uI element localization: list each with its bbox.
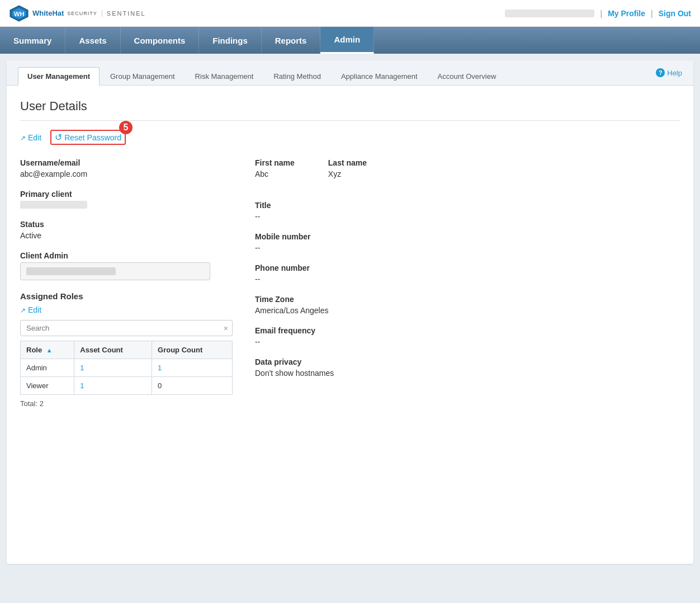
edit-label: Edit [28,133,41,142]
search-box-wrapper: × [20,320,233,336]
client-admin-label: Client Admin [20,251,233,260]
col-left: Username/email abc@example.com Primary c… [20,158,233,408]
timezone-field: Time Zone America/Los Angeles [255,295,680,315]
logo-whitehat: WH WhiteHat SECURITY [9,4,97,22]
assigned-roles-section: Assigned Roles Edit × [20,291,233,408]
edit-link[interactable]: Edit [20,133,41,142]
search-clear-icon[interactable]: × [224,324,228,333]
user-details-body: Username/email abc@example.com Primary c… [20,158,680,408]
search-input[interactable] [20,320,233,336]
user-blurred [505,10,594,17]
subnav-rating-method[interactable]: Rating Method [264,67,330,85]
roles-edit-link[interactable]: Edit [20,305,233,314]
sign-out-link[interactable]: Sign Out [659,9,691,18]
total-text: Total: 2 [20,399,233,408]
sort-icon: ▲ [46,347,53,354]
status-value: Active [20,231,233,240]
subnav-risk-management[interactable]: Risk Management [186,67,263,85]
reset-password-link[interactable]: Reset Password [55,132,121,143]
group-count-admin-link[interactable]: 1 [158,364,162,372]
username-label: Username/email [20,158,233,167]
asset-count-viewer-link[interactable]: 1 [80,381,84,390]
sentinel-label: SENTINEL [102,10,146,17]
help-icon [656,68,665,77]
roles-edit-label: Edit [28,305,41,314]
step-badge: 5 [119,121,133,134]
nav-admin[interactable]: Admin [320,27,374,54]
first-name-label: First name [255,158,295,167]
help-link[interactable]: Help [656,68,682,77]
brand-name: WhiteHat [32,9,64,17]
first-name-value: Abc [255,169,295,178]
data-privacy-field: Data privacy Don't show hostnames [255,357,680,378]
phone-value: -- [255,275,680,284]
col-role-header[interactable]: Role ▲ [21,341,74,359]
timezone-label: Time Zone [255,295,680,304]
nav-findings[interactable]: Findings [199,27,262,54]
reset-password-container: Reset Password 5 [50,130,126,145]
table-row: Admin 1 1 [21,359,233,377]
group-count-admin: 1 [152,359,233,377]
assigned-roles-title: Assigned Roles [20,291,233,301]
status-field: Status Active [20,220,233,240]
nav-components[interactable]: Components [121,27,200,54]
subnav-user-management[interactable]: User Management [18,67,100,86]
title-value: -- [255,212,680,221]
username-value: abc@example.com [20,169,233,178]
last-name-field: Last name Xyz [328,158,367,178]
reset-password-label: Reset Password [64,133,121,142]
primary-client-field: Primary client [20,190,233,209]
col-asset-count-header: Asset Count [74,341,152,359]
client-admin-box [20,262,210,280]
data-privacy-value: Don't show hostnames [255,369,680,378]
first-name-field: First name Abc [255,158,295,178]
help-label: Help [667,69,682,77]
top-bar: WH WhiteHat SECURITY SENTINEL | My Profi… [0,0,700,27]
nav-reports[interactable]: Reports [262,27,321,54]
asset-count-viewer: 1 [74,377,152,395]
mobile-label: Mobile number [255,232,680,241]
timezone-value: America/Los Angeles [255,306,680,315]
nav-assets[interactable]: Assets [65,27,120,54]
logo-area: WH WhiteHat SECURITY SENTINEL [9,4,146,22]
client-admin-blurred [26,267,116,275]
primary-client-value-blurred [20,201,87,209]
sub-nav: User Management Group Management Risk Ma… [7,60,693,86]
mobile-field: Mobile number -- [255,232,680,252]
role-name-admin: Admin [21,359,74,377]
title-field: Title -- [255,201,680,221]
mobile-value: -- [255,243,680,252]
subnav-account-overview[interactable]: Account Overview [428,67,506,85]
product-label: SECURITY [67,11,97,16]
edit-icon [20,133,26,142]
data-privacy-label: Data privacy [255,357,680,366]
primary-client-label: Primary client [20,190,233,199]
phone-field: Phone number -- [255,263,680,284]
email-freq-label: Email frequency [255,326,680,335]
top-bar-right: | My Profile | Sign Out [505,9,691,18]
asset-count-admin-link[interactable]: 1 [80,364,84,372]
roles-edit-icon [20,305,26,314]
col-right: First name Abc Last name Xyz Title -- Mo… [255,158,680,408]
email-freq-value: -- [255,337,680,346]
nav-summary[interactable]: Summary [0,27,65,54]
action-links: Edit Reset Password 5 [20,130,680,145]
role-name-viewer: Viewer [21,377,74,395]
group-count-viewer: 0 [152,377,233,395]
main-content: User Details Edit Reset Password 5 Usern… [7,86,693,421]
phone-label: Phone number [255,263,680,272]
status-label: Status [20,220,233,229]
table-row: Viewer 1 0 [21,377,233,395]
subnav-appliance-management[interactable]: Appliance Management [332,67,427,85]
client-admin-field: Client Admin [20,251,233,280]
my-profile-link[interactable]: My Profile [608,9,645,18]
username-field: Username/email abc@example.com [20,158,233,178]
subnav-group-management[interactable]: Group Management [101,67,185,85]
title-label: Title [255,201,680,210]
whitehat-logo-icon: WH [9,4,29,22]
col-group-count-header: Group Count [152,341,233,359]
asset-count-admin: 1 [74,359,152,377]
section-title: User Details [20,99,680,121]
main-nav: Summary Assets Components Findings Repor… [0,27,700,54]
last-name-value: Xyz [328,169,367,178]
